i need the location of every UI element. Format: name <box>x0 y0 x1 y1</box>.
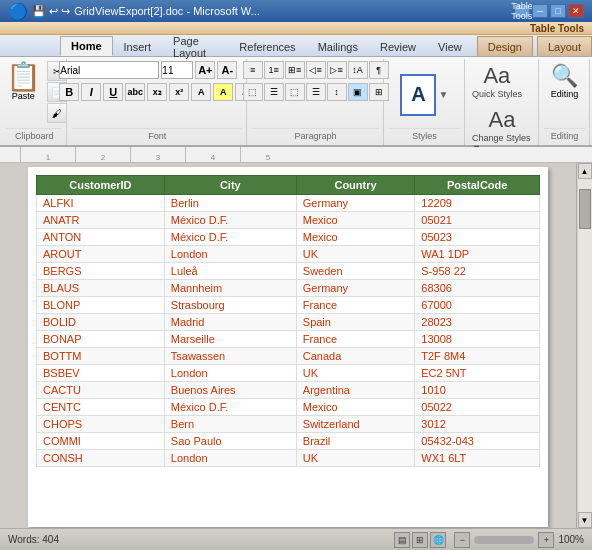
highlight-button[interactable]: A <box>213 83 233 101</box>
scroll-up-button[interactable]: ▲ <box>578 163 592 179</box>
table-row: BLONPStrasbourgFrance67000 <box>37 297 540 314</box>
table-row: CENTCMéxico D.F.Mexico05022 <box>37 399 540 416</box>
cell-id-8: BONAP <box>37 331 165 348</box>
justify-button[interactable]: ☰ <box>306 83 326 101</box>
minimize-button[interactable]: ─ <box>532 4 548 18</box>
increase-indent-button[interactable]: ▷≡ <box>327 61 347 79</box>
ribbon: 📋 Paste ✂ 📄 🖌 Clipboard A+ A- B I U <box>0 57 592 147</box>
cell-country-1: Mexico <box>296 212 414 229</box>
grow-font-button[interactable]: A+ <box>195 61 215 79</box>
cell-postal-11: 1010 <box>415 382 540 399</box>
tab-layout[interactable]: Layout <box>537 36 592 56</box>
title-bar-left: 🔵 💾 ↩ ↪ GridViewExport[2].doc - Microsof… <box>8 2 260 21</box>
align-center-button[interactable]: ☰ <box>264 83 284 101</box>
zoom-slider[interactable] <box>474 536 534 544</box>
cell-id-15: CONSH <box>37 450 165 467</box>
superscript-button[interactable]: x² <box>169 83 189 101</box>
align-left-button[interactable]: ⬚ <box>243 83 263 101</box>
qc-content: Aa Quick Styles Aa Change Styles ▼ <box>470 61 534 155</box>
para-top-row: ≡ 1≡ ⊞≡ ◁≡ ▷≡ ↕A ¶ <box>243 61 389 79</box>
print-layout-button[interactable]: ▤ <box>394 532 410 548</box>
cell-postal-4: S-958 22 <box>415 263 540 280</box>
cell-city-5: Mannheim <box>164 280 296 297</box>
zoom-out-button[interactable]: − <box>454 532 470 548</box>
web-layout-button[interactable]: 🌐 <box>430 532 446 548</box>
cell-country-12: Mexico <box>296 399 414 416</box>
tab-design[interactable]: Design <box>477 36 533 56</box>
italic-button[interactable]: I <box>81 83 101 101</box>
cell-city-0: Berlin <box>164 195 296 212</box>
scrollbar-thumb[interactable] <box>579 189 591 229</box>
tab-review[interactable]: Review <box>369 36 427 56</box>
tab-references[interactable]: References <box>228 36 306 56</box>
font-size-input[interactable] <box>161 61 193 79</box>
tab-home[interactable]: Home <box>60 36 113 56</box>
underline-button[interactable]: U <box>103 83 123 101</box>
quick-styles-icon: Aa <box>483 63 510 89</box>
close-button[interactable]: ✕ <box>568 4 584 18</box>
cell-city-6: Strasbourg <box>164 297 296 314</box>
cell-id-2: ANTON <box>37 229 165 246</box>
cell-postal-9: T2F 8M4 <box>415 348 540 365</box>
scroll-down-button[interactable]: ▼ <box>578 512 592 528</box>
text-effects-button[interactable]: A <box>191 83 211 101</box>
styles-arrow[interactable]: ▼ <box>438 89 448 100</box>
cell-city-9: Tsawassen <box>164 348 296 365</box>
cell-postal-6: 67000 <box>415 297 540 314</box>
cell-city-10: London <box>164 365 296 382</box>
table-row: COMMISao PauloBrazil05432-043 <box>37 433 540 450</box>
view-buttons: ▤ ⊞ 🌐 <box>394 532 446 548</box>
cell-country-13: Switzerland <box>296 416 414 433</box>
strikethrough-button[interactable]: abc <box>125 83 145 101</box>
style-preview-box: A <box>400 74 436 116</box>
table-header-row: CustomerID City Country PostalCode <box>37 176 540 195</box>
multilevel-button[interactable]: ⊞≡ <box>285 61 305 79</box>
cell-city-1: México D.F. <box>164 212 296 229</box>
shading-button[interactable]: ▣ <box>348 83 368 101</box>
shrink-font-button[interactable]: A- <box>217 61 237 79</box>
ruler-marks: 1 2 3 4 5 <box>20 147 592 163</box>
cell-country-0: Germany <box>296 195 414 212</box>
paste-button[interactable]: 📋 Paste <box>2 61 45 103</box>
cell-id-5: BLAUS <box>37 280 165 297</box>
cell-postal-0: 12209 <box>415 195 540 212</box>
tab-page-layout[interactable]: Page Layout <box>162 36 228 56</box>
cell-postal-12: 05022 <box>415 399 540 416</box>
cell-country-10: UK <box>296 365 414 382</box>
editing-group: 🔍 Editing Editing <box>540 59 590 145</box>
toolbar-icons: 💾 ↩ ↪ <box>32 5 70 18</box>
editing-button[interactable]: 🔍 Editing <box>549 61 581 101</box>
full-screen-button[interactable]: ⊞ <box>412 532 428 548</box>
bullets-button[interactable]: ≡ <box>243 61 263 79</box>
zoom-in-button[interactable]: + <box>538 532 554 548</box>
cell-id-10: BSBEV <box>37 365 165 382</box>
cell-city-15: London <box>164 450 296 467</box>
cell-country-6: France <box>296 297 414 314</box>
numbering-button[interactable]: 1≡ <box>264 61 284 79</box>
font-name-input[interactable] <box>59 61 159 79</box>
header-country: Country <box>296 176 414 195</box>
quick-styles-button[interactable]: Aa Quick Styles <box>470 61 524 101</box>
bold-button[interactable]: B <box>59 83 79 101</box>
vertical-scrollbar[interactable]: ▲ ▼ <box>576 163 592 528</box>
decrease-indent-button[interactable]: ◁≡ <box>306 61 326 79</box>
document-scroll[interactable]: CustomerID City Country PostalCode ALFKI… <box>0 163 576 528</box>
table-tools-label: Table Tools <box>514 4 530 18</box>
tab-view[interactable]: View <box>427 36 473 56</box>
subscript-button[interactable]: x₂ <box>147 83 167 101</box>
table-row: BLAUSMannheimGermany68306 <box>37 280 540 297</box>
clipboard-label: Clipboard <box>6 128 62 143</box>
tab-mailings[interactable]: Mailings <box>307 36 369 56</box>
scrollbar-track[interactable] <box>578 179 592 512</box>
cell-country-2: Mexico <box>296 229 414 246</box>
line-spacing-button[interactable]: ↕ <box>327 83 347 101</box>
align-right-button[interactable]: ⬚ <box>285 83 305 101</box>
tab-insert[interactable]: Insert <box>113 36 163 56</box>
window-controls: Table Tools ─ □ ✕ <box>514 4 584 18</box>
cell-city-8: Marseille <box>164 331 296 348</box>
cell-city-12: México D.F. <box>164 399 296 416</box>
maximize-button[interactable]: □ <box>550 4 566 18</box>
sort-button[interactable]: ↕A <box>348 61 368 79</box>
paragraph-label: Paragraph <box>252 128 379 143</box>
font-label: Font <box>72 128 242 143</box>
